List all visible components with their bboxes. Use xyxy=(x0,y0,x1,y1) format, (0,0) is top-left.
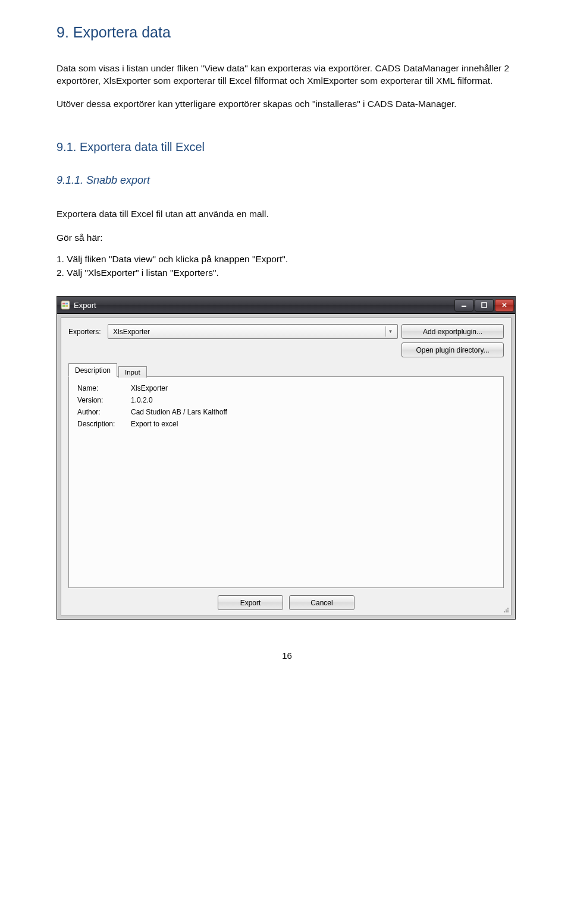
field-row: Name: XlsExporter xyxy=(77,384,495,392)
version-label: Version: xyxy=(77,396,131,404)
close-button[interactable] xyxy=(495,299,514,312)
heading-1: 9. Exportera data xyxy=(57,24,517,41)
description-value: Export to excel xyxy=(131,420,178,428)
tab-description[interactable]: Description xyxy=(68,363,117,377)
svg-point-9 xyxy=(507,609,509,611)
author-label: Author: xyxy=(77,408,131,416)
steps-title: Gör så här: xyxy=(57,231,517,244)
svg-rect-2 xyxy=(65,303,68,304)
app-icon xyxy=(61,300,70,310)
author-value: Cad Studion AB / Lars Kalthoff xyxy=(131,408,227,416)
tab-input[interactable]: Input xyxy=(118,366,147,378)
paragraph: Exportera data till Excel fil utan att a… xyxy=(57,208,517,221)
svg-rect-4 xyxy=(65,305,68,307)
titlebar[interactable]: Export xyxy=(57,297,515,314)
svg-rect-3 xyxy=(62,305,65,307)
description-label: Description: xyxy=(77,420,131,428)
exporters-label: Exporters: xyxy=(68,328,104,336)
add-exportplugin-button[interactable]: Add exportplugin... xyxy=(401,324,504,339)
window-title: Export xyxy=(74,301,454,310)
name-value: XlsExporter xyxy=(131,384,168,392)
field-row: Author: Cad Studion AB / Lars Kalthoff xyxy=(77,408,495,416)
name-label: Name: xyxy=(77,384,131,392)
exporters-dropdown[interactable]: XlsExporter ▼ xyxy=(108,324,398,339)
cancel-button[interactable]: Cancel xyxy=(289,595,354,610)
step-item: 1. Välj fliken "Data view" och klicka på… xyxy=(57,253,517,266)
svg-point-12 xyxy=(507,611,509,612)
tabs: Description Input Name: XlsExporter Vers… xyxy=(68,362,504,588)
svg-point-11 xyxy=(506,611,507,612)
svg-rect-5 xyxy=(462,306,466,307)
svg-rect-6 xyxy=(482,303,487,307)
open-plugin-directory-button[interactable]: Open plugin directory... xyxy=(401,342,504,357)
paragraph: Data som visas i listan under fliken "Vi… xyxy=(57,62,517,87)
field-row: Description: Export to excel xyxy=(77,420,495,428)
heading-3: 9.1.1. Snabb export xyxy=(57,174,517,187)
tab-strip: Description Input xyxy=(68,362,504,376)
page-number: 16 xyxy=(57,650,517,661)
document-page: 9. Exportera data Data som visas i lista… xyxy=(0,0,571,672)
svg-point-7 xyxy=(507,608,509,609)
export-button[interactable]: Export xyxy=(218,595,283,610)
dialog-button-bar: Export Cancel xyxy=(68,595,504,611)
open-plugin-row: Open plugin directory... xyxy=(68,342,504,357)
version-value: 1.0.2.0 xyxy=(131,396,153,404)
svg-point-10 xyxy=(504,611,505,612)
heading-2: 9.1. Exportera data till Excel xyxy=(57,140,517,154)
chevron-down-icon: ▼ xyxy=(385,326,395,337)
minimize-button[interactable] xyxy=(454,299,473,312)
svg-rect-1 xyxy=(62,303,65,304)
field-row: Version: 1.0.2.0 xyxy=(77,396,495,404)
step-item: 2. Välj "XlsExporter" i listan "Exporter… xyxy=(57,266,517,279)
steps-block: Gör så här: 1. Välj fliken "Data view" o… xyxy=(57,231,517,279)
window-client-area: Exporters: XlsExporter ▼ Add exportplugi… xyxy=(61,318,512,615)
exporters-row: Exporters: XlsExporter ▼ Add exportplugi… xyxy=(68,324,504,339)
svg-point-8 xyxy=(506,609,507,611)
export-window: Export Exporters: XlsExporter ▼ xyxy=(57,296,516,620)
exporters-value: XlsExporter xyxy=(113,328,385,336)
maximize-button[interactable] xyxy=(475,299,494,312)
tab-panel-description: Name: XlsExporter Version: 1.0.2.0 Autho… xyxy=(68,376,504,588)
paragraph: Utöver dessa exportörer kan ytterligare … xyxy=(57,98,517,111)
window-buttons xyxy=(454,299,514,312)
